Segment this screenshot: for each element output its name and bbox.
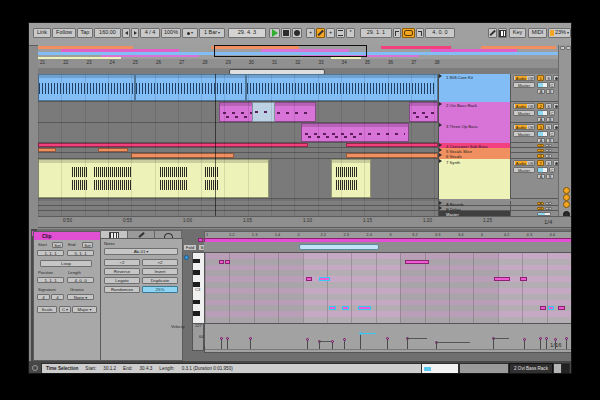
track-fold-icon[interactable] <box>439 201 442 205</box>
midi-note[interactable] <box>319 277 330 281</box>
track-name[interactable]: 7 Synth <box>439 159 511 199</box>
note-grid[interactable] <box>204 252 571 324</box>
midi-note[interactable] <box>520 277 527 281</box>
solo-button[interactable]: S <box>545 149 552 152</box>
pan-knob[interactable]: C <box>549 110 555 116</box>
track-activator[interactable]: 7 <box>537 160 544 166</box>
midi-note[interactable] <box>219 260 224 264</box>
volume-slider[interactable] <box>537 82 548 88</box>
velocity-marker[interactable] <box>571 338 572 341</box>
velocity-stem[interactable] <box>344 340 345 349</box>
scale-root-menu[interactable]: C▾ <box>59 306 71 313</box>
nudge-up-button[interactable] <box>131 28 139 38</box>
black-key[interactable] <box>193 282 200 287</box>
solo-button[interactable]: S <box>545 124 552 130</box>
key-map-button[interactable]: Key <box>509 28 526 38</box>
play-button[interactable] <box>269 28 280 38</box>
track-header[interactable]: 7 SynthAudioOffMaster7SCAB <box>439 159 559 199</box>
black-key[interactable] <box>193 300 200 305</box>
crossfade-b-icon[interactable] <box>563 194 570 201</box>
loop-length-field[interactable]: 4. 0. 0 <box>67 277 94 283</box>
velocity-stem[interactable] <box>221 338 222 349</box>
track-header[interactable]: 1 808-Core KitAudioOffMaster1SCAB <box>439 74 559 102</box>
io-routing-menu[interactable]: AudioOff <box>513 124 535 130</box>
set-end-button[interactable]: Set <box>82 242 93 248</box>
arrangement-clip[interactable] <box>38 143 308 147</box>
pan-knob[interactable]: C <box>549 167 555 173</box>
velocity-marker[interactable] <box>306 338 309 341</box>
track-lane[interactable] <box>38 159 438 199</box>
cue-level-icon[interactable] <box>563 201 570 208</box>
track-lane[interactable] <box>38 74 438 102</box>
groove-amount-field[interactable]: 100% <box>161 28 181 38</box>
output-routing-menu[interactable]: Master <box>513 82 535 88</box>
send-b-knob[interactable]: B <box>546 89 554 94</box>
velocity-stem[interactable] <box>407 338 408 349</box>
volume-slider[interactable] <box>537 167 548 173</box>
automation-arm-button[interactable] <box>316 28 325 38</box>
groove-menu[interactable]: None▾ <box>67 294 94 300</box>
nudge-down-button[interactable] <box>122 28 130 38</box>
velocity-lane[interactable]: 1/16 <box>204 323 571 353</box>
velocity-marker[interactable] <box>226 337 229 340</box>
arrangement-position-field[interactable]: 29. 4. 3 <box>228 28 266 38</box>
invert-button[interactable]: Invert <box>142 268 178 275</box>
track-activator[interactable]: A <box>537 202 544 205</box>
midi-note[interactable] <box>306 277 312 281</box>
send-a-knob[interactable]: A <box>537 138 545 143</box>
io-routing-menu[interactable]: AudioOff <box>513 75 535 81</box>
arrangement-clip[interactable] <box>38 148 56 152</box>
io-routing-menu[interactable]: AudioOff <box>513 160 535 166</box>
midi-note[interactable] <box>342 306 349 310</box>
black-key[interactable] <box>193 270 200 275</box>
stop-button[interactable] <box>281 28 291 38</box>
scale-toggle-button[interactable]: Scale <box>37 306 57 313</box>
solo-button[interactable]: S <box>545 207 552 210</box>
velocity-marker[interactable] <box>554 338 557 341</box>
capture-midi-button[interactable]: * <box>346 28 355 38</box>
time-signature-field[interactable]: 4 / 4 <box>140 28 160 38</box>
punch-out-button[interactable] <box>416 28 424 38</box>
legato-button[interactable]: Legato <box>104 277 140 284</box>
loop-start-field[interactable]: 29. 1. 1 <box>360 28 392 38</box>
velocity-marker[interactable] <box>545 337 548 340</box>
clip-start-field[interactable]: 1. 1. 1 <box>37 250 64 256</box>
velocity-stem[interactable] <box>227 338 228 349</box>
re-enable-automation-button[interactable]: + <box>326 28 335 38</box>
velocity-stem[interactable] <box>540 338 541 349</box>
send-a-knob[interactable]: A <box>537 117 545 122</box>
track-activator[interactable]: 2 <box>537 103 544 109</box>
loop-position-field[interactable]: 1. 1. 1 <box>37 277 64 283</box>
send-a-knob[interactable]: A <box>537 174 545 179</box>
arrangement-clip[interactable] <box>38 159 269 198</box>
velocity-stem[interactable] <box>360 333 361 349</box>
volume-slider[interactable] <box>537 110 548 116</box>
midi-note[interactable] <box>329 306 336 310</box>
track-name[interactable]: 1 808-Core Kit <box>439 74 511 102</box>
metronome-button[interactable]: ▾ <box>182 28 198 38</box>
velocity-marker[interactable] <box>331 340 334 343</box>
arrangement-clip[interactable] <box>135 74 246 101</box>
midi-note[interactable] <box>405 260 429 264</box>
signature-denominator-field[interactable]: 4 <box>51 294 64 300</box>
output-routing-menu[interactable]: Master <box>513 167 535 173</box>
velocity-marker[interactable] <box>523 338 526 341</box>
velocity-stem[interactable] <box>555 340 556 349</box>
velocity-marker[interactable] <box>386 337 389 340</box>
track-name[interactable]: 2 Ovi Bass Rack <box>439 102 511 123</box>
track-lane[interactable] <box>38 123 438 143</box>
solo-button[interactable]: S <box>545 160 552 166</box>
solo-button[interactable]: S <box>545 103 552 109</box>
output-routing-menu[interactable]: Master <box>513 110 535 116</box>
send-b-knob[interactable]: B <box>546 138 554 143</box>
track-header[interactable]: 2 Ovi Bass RackAudioOffMaster2SCAB <box>439 102 559 123</box>
midi-note[interactable] <box>225 260 230 264</box>
track-fold-icon[interactable] <box>439 206 442 210</box>
midi-note[interactable] <box>558 306 565 310</box>
velocity-stem[interactable] <box>250 338 251 349</box>
arrangement-clip[interactable] <box>131 153 234 158</box>
tempo-field[interactable]: 160.00 <box>94 28 121 38</box>
solo-button[interactable]: S <box>545 144 552 147</box>
midi-note[interactable] <box>494 277 510 281</box>
solo-button[interactable]: S <box>545 202 552 205</box>
